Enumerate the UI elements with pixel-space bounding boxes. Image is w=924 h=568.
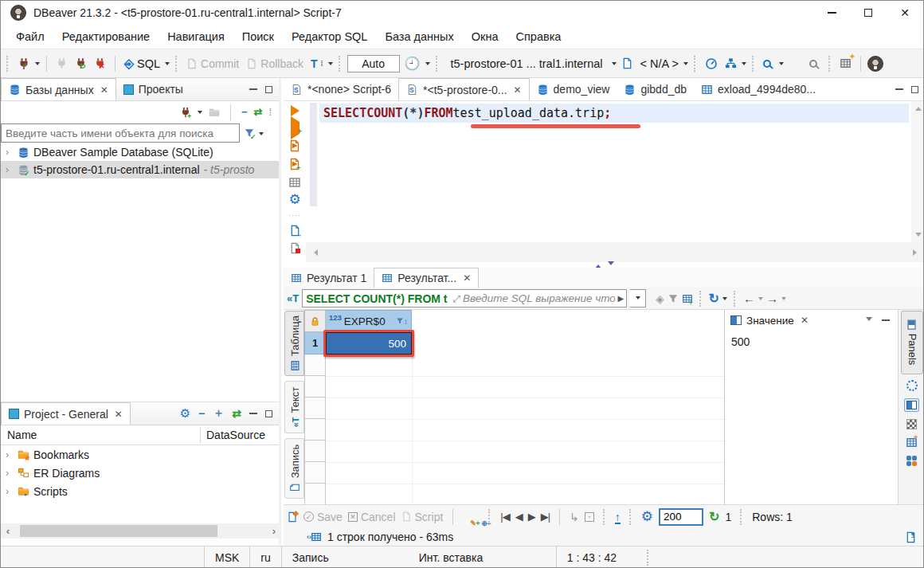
switch-presentation-icon[interactable]: ▫ (585, 512, 594, 522)
expand-chevron-icon[interactable]: › (6, 449, 14, 460)
datasource-combo[interactable]: t5-prostore-01 ... tral1.internal (444, 55, 609, 72)
link-editor-icon[interactable]: ⇄ (253, 106, 262, 118)
network-dropdown[interactable] (742, 62, 746, 68)
filter-history-dropdown[interactable] (630, 289, 646, 308)
refresh-dropdown[interactable] (722, 297, 727, 303)
dashboard-button[interactable] (703, 55, 720, 72)
scroll-left-icon[interactable] (311, 249, 318, 256)
connect-button[interactable] (53, 55, 70, 72)
disconnect-button[interactable]: ✕ (92, 55, 108, 72)
collapse-all-icon[interactable]: − (198, 407, 205, 420)
collapse-all-icon[interactable]: − (241, 106, 248, 118)
project-settings-icon[interactable]: ⚙ (180, 408, 190, 419)
menu-search[interactable]: Поиск (235, 27, 281, 46)
menu-help[interactable]: Справка (509, 27, 569, 46)
nav-new-connection-icon[interactable]: + (180, 107, 191, 118)
expand-chevron-icon[interactable]: › (6, 147, 14, 158)
tree-item-sample-database[interactable]: › DBeaver Sample Database (SQLite) (1, 143, 279, 161)
schema-dropdown[interactable] (683, 62, 688, 68)
editor-settings-icon[interactable]: ⚙ (288, 194, 300, 206)
previous-row-icon[interactable]: ◀ (515, 511, 523, 523)
splitter-sash[interactable] (284, 262, 924, 268)
column-datasource[interactable]: DataSource (206, 429, 265, 441)
expand-icon[interactable]: ⤢ (451, 293, 464, 304)
commit-button[interactable]: Commit (184, 55, 241, 72)
scroll-left-icon[interactable]: ‹ (1, 525, 15, 537)
filter-input[interactable]: SELECT COUNT(*) FROM t ⤢ Введите SQL выр… (302, 289, 627, 308)
nav-back-dropdown[interactable] (758, 297, 763, 303)
menu-sql-editor[interactable]: Редактор SQL (284, 27, 374, 46)
tab-project-general[interactable]: Project - General ✕ (1, 402, 131, 425)
next-row-icon[interactable]: ▶ (528, 511, 535, 523)
link-editor-icon[interactable]: ⇄ (232, 407, 241, 420)
execute-script-icon[interactable]: ▶ (288, 139, 301, 152)
tab-projects[interactable]: Проекты (116, 78, 190, 100)
toggle-panel-icon[interactable]: ◆ (287, 511, 298, 523)
editor-horizontal-scrollbar[interactable] (306, 242, 924, 262)
transaction-log-button[interactable]: T⁞ (308, 55, 326, 72)
execute-script-new-tab-icon[interactable]: ▶+ (288, 158, 301, 170)
refresh-icon[interactable]: ↻ (709, 291, 719, 306)
quick-search-button[interactable] (761, 57, 777, 70)
filter-dropdown[interactable] (259, 132, 264, 138)
minimize-view-icon[interactable] (249, 88, 257, 90)
minimize-view-icon[interactable] (895, 88, 903, 90)
rollback-button[interactable]: Rollback (244, 55, 306, 72)
project-item-bookmarks[interactable]: › ★ Bookmarks (1, 445, 279, 464)
sql-editor-button[interactable]: ⎆SQL (122, 54, 162, 73)
scrollbar-thumb[interactable] (20, 525, 217, 537)
first-row-icon[interactable]: |◀ (500, 511, 509, 523)
search-button[interactable] (807, 57, 823, 70)
presentation-tab-record[interactable]: Запись (284, 438, 304, 499)
maximize-view-icon[interactable] (265, 410, 272, 417)
expand-all-icon[interactable]: ＋ (213, 406, 224, 421)
nav-connection-dropdown[interactable] (198, 111, 202, 116)
goto-row-icon[interactable]: ↳ (570, 511, 579, 523)
erase-filter-icon[interactable]: ◈ (656, 292, 664, 305)
last-row-icon[interactable]: ▶| (541, 511, 550, 523)
menu-database[interactable]: База данных (378, 27, 460, 46)
scroll-down-icon[interactable] (915, 233, 922, 240)
minimize-view-icon[interactable] (249, 413, 257, 414)
scroll-right-icon[interactable] (913, 249, 920, 256)
project-item-er-diagrams[interactable]: › ER Diagrams (1, 464, 279, 482)
save-button[interactable]: ✓Save (303, 511, 343, 523)
execute-new-tab-icon[interactable]: + (291, 122, 300, 134)
grid-corner-cell[interactable] (304, 310, 326, 332)
network-button[interactable] (722, 55, 739, 72)
apply-filter-icon[interactable]: ▶ (615, 294, 626, 303)
filter-icon[interactable]: ✓ (244, 127, 255, 139)
grouping-panel-icon[interactable]: + (906, 437, 918, 449)
transaction-dropdown[interactable] (328, 62, 333, 68)
close-button[interactable]: ✕ (887, 2, 923, 25)
scroll-up-icon[interactable] (915, 104, 922, 111)
open-perspective-button[interactable]: ✦ (837, 55, 854, 72)
commit-mode-combo[interactable]: Auto (347, 55, 400, 72)
editor-tab-demo-view[interactable]: demo_view (530, 78, 617, 100)
unsaved-file-icon[interactable] (289, 242, 301, 254)
dbeaver-perspective-icon[interactable] (867, 56, 883, 72)
row-number-cell[interactable]: 1 (304, 332, 326, 355)
tab-close-icon[interactable]: ✕ (100, 84, 108, 96)
sql-editor-dropdown[interactable] (165, 62, 170, 68)
schema-combo[interactable]: < N/A > (638, 55, 681, 72)
value-panel-toggle-icon[interactable] (904, 398, 919, 412)
editor-tab-gibdd-db[interactable]: gibdd_db (617, 78, 694, 100)
presentation-tab-grid[interactable]: Таблица (284, 311, 304, 376)
column-filter-sort-icon[interactable]: ↕ (396, 317, 408, 326)
column-name[interactable]: Name (1, 429, 37, 441)
tab-close-icon[interactable]: ✕ (115, 409, 123, 420)
presentation-tab-text[interactable]: «TТекст (284, 381, 304, 433)
editor-tab-script-7[interactable]: *<t5-prostore-0... ✕ (398, 78, 530, 100)
quick-search-dropdown[interactable] (779, 62, 784, 68)
project-item-scripts[interactable]: › ▪ Scripts (1, 482, 279, 500)
panels-toggle-button[interactable]: Panels (901, 311, 923, 374)
calc-panel-icon[interactable] (906, 456, 917, 466)
cancel-button[interactable]: ✕Cancel (348, 511, 396, 523)
project-horizontal-scrollbar[interactable]: ‹ › (1, 523, 281, 539)
navigator-search-input[interactable] (1, 123, 240, 143)
new-connection-button[interactable]: + (15, 55, 33, 72)
maximize-view-icon[interactable] (265, 86, 272, 93)
tab-close-icon[interactable]: ✕ (801, 315, 808, 326)
editor-tab-exload[interactable]: exload_4994de80... (694, 78, 823, 100)
